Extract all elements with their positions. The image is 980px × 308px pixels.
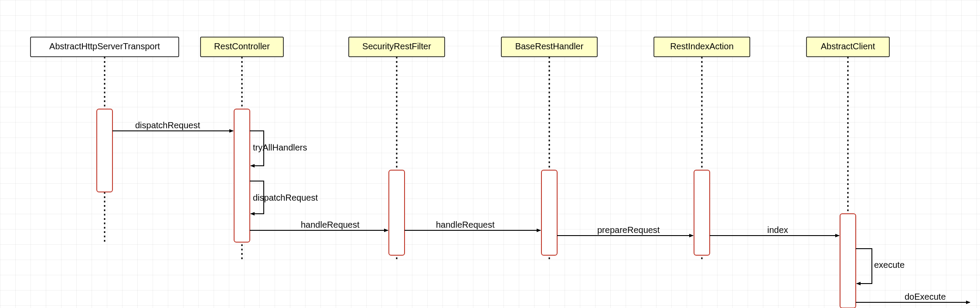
participant-label: RestIndexAction: [670, 41, 734, 51]
message-label: handleRequest: [436, 220, 495, 229]
participant-securityrestfilter[interactable]: SecurityRestFilter: [349, 37, 445, 57]
message-self-arrow: [856, 249, 872, 284]
participant-label: SecurityRestFilter: [362, 41, 431, 51]
activation-bar: [694, 170, 710, 255]
message-label: tryAllHandlers: [253, 143, 307, 152]
activation-bar: [234, 109, 250, 242]
message-label: doExecute: [905, 292, 946, 301]
participant-label: AbstractHttpServerTransport: [49, 41, 160, 51]
participant-label: RestController: [214, 41, 270, 51]
message-label: index: [767, 225, 788, 235]
sequence-diagram: AbstractHttpServerTransport RestControll…: [0, 0, 980, 308]
message-label: dispatchRequest: [253, 193, 318, 202]
participant-label: AbstractClient: [821, 41, 875, 51]
participant-restindexaction[interactable]: RestIndexAction: [654, 37, 750, 57]
message-label: execute: [874, 260, 905, 270]
activation-bar: [97, 109, 112, 192]
message-label: handleRequest: [301, 220, 360, 229]
participant-restcontroller[interactable]: RestController: [201, 37, 283, 57]
message-label: prepareRequest: [597, 225, 660, 235]
activation-bar: [840, 214, 856, 308]
participant-label: BaseRestHandler: [515, 41, 584, 51]
participant-abstractclient[interactable]: AbstractClient: [806, 37, 889, 57]
participant-abstracthttpservertransport[interactable]: AbstractHttpServerTransport: [31, 37, 179, 57]
activation-bar: [389, 170, 405, 255]
activation-bar: [541, 170, 557, 255]
participant-baseresthandler[interactable]: BaseRestHandler: [501, 37, 597, 57]
message-label: dispatchRequest: [135, 120, 200, 130]
